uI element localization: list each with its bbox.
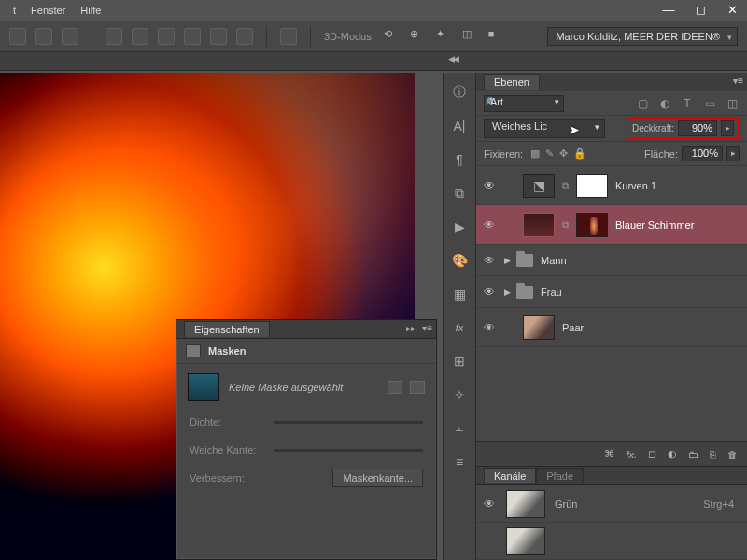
align-icon[interactable]: ≡ bbox=[449, 452, 470, 472]
blend-opacity-row: Weiches Lic ➤ Deckkraft: 90% ▸ bbox=[476, 116, 747, 142]
brushes-icon[interactable]: ▦ bbox=[449, 284, 470, 304]
panel-menu-icon[interactable]: ▾≡ bbox=[733, 76, 743, 86]
tool-icon[interactable] bbox=[106, 28, 122, 45]
mask-thumb bbox=[576, 174, 608, 198]
mask-preview-thumb bbox=[188, 373, 219, 401]
mask-icon[interactable]: ◻ bbox=[648, 448, 656, 460]
swatches-icon[interactable]: 🎨 bbox=[449, 250, 470, 271]
play-icon[interactable]: ▶ bbox=[449, 217, 470, 237]
pixel-mask-button[interactable] bbox=[388, 381, 402, 394]
opacity-dropdown[interactable]: ▸ bbox=[721, 120, 734, 136]
tool-icon[interactable] bbox=[132, 28, 148, 45]
minimize-button[interactable]: — bbox=[659, 2, 678, 17]
close-button[interactable]: ✕ bbox=[723, 2, 741, 17]
expand-icon[interactable]: ▶ bbox=[504, 256, 511, 265]
lock-position-icon[interactable]: ✥ bbox=[559, 147, 568, 160]
filter-pixel-icon[interactable]: ▢ bbox=[635, 96, 650, 111]
opacity-label: Deckkraft: bbox=[632, 123, 674, 133]
adjustment-icon[interactable]: ◐ bbox=[668, 448, 677, 460]
tool-icon[interactable] bbox=[62, 28, 78, 45]
info-icon[interactable]: ⓘ bbox=[449, 82, 470, 103]
menu-item-hilfe[interactable]: Hilfe bbox=[73, 5, 108, 16]
density-slider[interactable] bbox=[274, 421, 423, 424]
visibility-icon[interactable]: 👁 bbox=[482, 497, 497, 511]
delete-icon[interactable]: 🗑 bbox=[727, 449, 738, 460]
filter-type-icon[interactable]: T bbox=[680, 96, 695, 111]
tool-icon[interactable] bbox=[35, 28, 52, 45]
opacity-input[interactable]: 90% bbox=[678, 120, 717, 136]
visibility-icon[interactable]: 👁 bbox=[482, 218, 497, 231]
layer-name[interactable]: Blauer Schimmer bbox=[615, 219, 694, 231]
layer-row[interactable]: 👁 Paar bbox=[476, 308, 747, 347]
channel-row[interactable]: 👁 Grün Strg+4 bbox=[476, 485, 747, 523]
visibility-icon[interactable]: 👁 bbox=[482, 254, 497, 267]
workspace-dropdown[interactable]: Marco Kolditz, MEER DER IDEEN® bbox=[547, 27, 738, 46]
expand-icon[interactable]: ▶ bbox=[504, 287, 511, 297]
tab-kanaele[interactable]: Kanäle bbox=[484, 468, 536, 483]
fx-icon[interactable]: fx. bbox=[626, 449, 637, 460]
group-icon[interactable]: 🗀 bbox=[688, 449, 698, 460]
fill-input[interactable]: 100% bbox=[682, 146, 723, 161]
tool-icon[interactable]: ⊕ bbox=[410, 28, 427, 45]
filter-shape-icon[interactable]: ▭ bbox=[702, 96, 717, 111]
lock-transparency-icon[interactable]: ▩ bbox=[530, 147, 540, 160]
mask-sliders: Dichte: Weiche Kante: bbox=[176, 411, 436, 461]
channel-thumb bbox=[506, 490, 545, 518]
tool-presets-icon[interactable]: ⊞ bbox=[449, 351, 470, 371]
separator bbox=[92, 26, 92, 47]
layer-row-selected[interactable]: 👁 ⧉ Blauer Schimmer bbox=[476, 205, 747, 245]
maximize-button[interactable]: ◻ bbox=[691, 2, 710, 17]
tool-icon[interactable]: ⟲ bbox=[384, 28, 401, 45]
tool-icon[interactable] bbox=[236, 28, 253, 45]
tab-ebenen[interactable]: Ebenen bbox=[484, 74, 540, 90]
visibility-icon[interactable]: 👁 bbox=[482, 179, 497, 192]
paragraph-icon[interactable]: ¶ bbox=[449, 149, 470, 170]
filter-type-dropdown[interactable]: Art bbox=[484, 95, 564, 112]
lock-all-icon[interactable]: 🔒 bbox=[573, 147, 586, 160]
visibility-icon[interactable]: 👁 bbox=[482, 321, 497, 334]
channel-shortcut: Strg+4 bbox=[703, 498, 741, 510]
layer-name[interactable]: Kurven 1 bbox=[615, 180, 656, 191]
blend-mode-dropdown[interactable]: Weiches Lic bbox=[484, 119, 605, 138]
measure-icon[interactable]: ⫠ bbox=[449, 418, 470, 439]
lock-paint-icon[interactable]: ✎ bbox=[545, 147, 554, 160]
fill-dropdown[interactable]: ▸ bbox=[726, 146, 740, 161]
filter-adjust-icon[interactable]: ◐ bbox=[657, 96, 672, 111]
filter-smart-icon[interactable]: ◫ bbox=[725, 96, 740, 111]
tool-icon[interactable]: ◫ bbox=[462, 28, 479, 45]
feather-label: Weiche Kante: bbox=[190, 444, 264, 455]
tool-icon[interactable] bbox=[184, 28, 201, 45]
light-icon[interactable]: ✧ bbox=[449, 385, 470, 405]
collapse-icon[interactable]: ▸▸ bbox=[406, 323, 416, 333]
layer-row[interactable]: 👁 ⬔ ⧉ Kurven 1 bbox=[476, 166, 747, 205]
layer-name[interactable]: Mann bbox=[541, 255, 567, 266]
styles-icon[interactable]: fx bbox=[449, 317, 470, 338]
tool-icon[interactable] bbox=[158, 28, 175, 45]
menu-item-fenster[interactable]: Fenster bbox=[23, 5, 73, 16]
tool-icon[interactable] bbox=[9, 28, 26, 45]
vector-mask-button[interactable] bbox=[410, 381, 425, 394]
collapse-icon[interactable]: ◀◀ bbox=[448, 54, 458, 63]
tool-icon[interactable]: ✦ bbox=[436, 28, 453, 45]
tool-icon[interactable]: ■ bbox=[488, 28, 505, 45]
tool-icon[interactable] bbox=[210, 28, 227, 45]
layer-name[interactable]: Paar bbox=[562, 322, 584, 333]
layer-group-row[interactable]: 👁 ▶ Frau bbox=[476, 276, 747, 308]
mask-mode-icon[interactable] bbox=[186, 344, 201, 357]
layers-icon[interactable]: ⧉ bbox=[449, 183, 470, 203]
character-icon[interactable]: A| bbox=[449, 116, 470, 136]
panel-menu-icon[interactable]: ▾≡ bbox=[422, 323, 432, 333]
menu-item[interactable]: t bbox=[6, 5, 23, 16]
visibility-icon[interactable]: 👁 bbox=[482, 286, 497, 299]
tab-eigenschaften[interactable]: Eigenschaften bbox=[184, 321, 270, 337]
feather-slider[interactable] bbox=[274, 449, 423, 452]
tool-icon[interactable] bbox=[280, 28, 297, 45]
channel-row[interactable] bbox=[476, 523, 747, 560]
layer-name[interactable]: Frau bbox=[541, 287, 562, 298]
tab-pfade[interactable]: Pfade bbox=[536, 468, 584, 483]
mask-edge-button[interactable]: Maskenkante... bbox=[332, 469, 423, 487]
link-layers-icon[interactable]: ⌘ bbox=[604, 448, 614, 460]
new-layer-icon[interactable]: ⎘ bbox=[710, 449, 716, 460]
layer-group-row[interactable]: 👁 ▶ Mann bbox=[476, 245, 747, 276]
opacity-control-highlighted: Deckkraft: 90% ▸ bbox=[627, 117, 740, 140]
